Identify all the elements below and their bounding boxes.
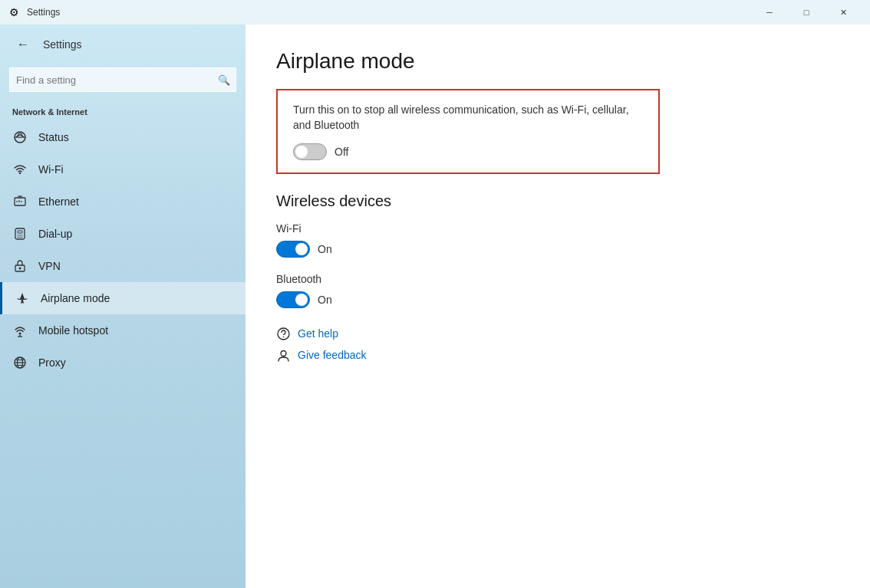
wifi-toggle[interactable]	[276, 241, 310, 258]
back-button[interactable]: ←	[12, 34, 34, 55]
wifi-toggle-row: On	[276, 241, 839, 258]
page-title: Airplane mode	[276, 49, 839, 74]
wifi-toggle-label: On	[318, 243, 332, 255]
bluetooth-device-row: Bluetooth On	[276, 273, 839, 308]
sidebar: ← Settings 🔍 Network & Internet Status	[0, 25, 246, 588]
svg-point-27	[278, 328, 289, 340]
minimize-button[interactable]: ─	[752, 0, 787, 25]
get-help-icon	[276, 327, 290, 340]
titlebar-controls: ─ □ ✕	[752, 0, 861, 25]
titlebar-left: ⚙ Settings	[9, 6, 60, 18]
titlebar: ⚙ Settings ─ □ ✕	[0, 0, 870, 25]
search-input[interactable]	[10, 74, 213, 86]
airplane-mode-box: Turn this on to stop all wireless commun…	[276, 89, 660, 174]
status-icon	[12, 130, 28, 144]
airplane-toggle-label: Off	[334, 146, 348, 158]
svg-point-19	[19, 333, 21, 335]
sidebar-header: ← Settings	[0, 25, 246, 64]
bluetooth-device-label: Bluetooth	[276, 273, 839, 285]
sidebar-item-label-dialup: Dial-up	[38, 228, 72, 240]
dialup-icon	[12, 227, 28, 241]
app-icon: ⚙	[9, 6, 19, 18]
svg-point-16	[21, 237, 23, 238]
search-box: 🔍	[9, 67, 236, 92]
bluetooth-toggle-knob	[295, 294, 308, 306]
get-help-link[interactable]: Get help	[298, 327, 338, 340]
sidebar-item-label-vpn: VPN	[38, 260, 61, 272]
bluetooth-toggle-row: On	[276, 291, 839, 308]
sidebar-item-label-proxy: Proxy	[38, 356, 66, 369]
hotspot-icon	[12, 324, 28, 337]
wireless-devices-title: Wireless devices	[276, 192, 839, 210]
titlebar-title: Settings	[27, 7, 60, 18]
get-help-row[interactable]: Get help	[276, 327, 839, 340]
sidebar-item-label-hotspot: Mobile hotspot	[38, 324, 108, 337]
vpn-icon	[12, 259, 28, 273]
svg-point-14	[18, 237, 19, 238]
svg-rect-10	[18, 231, 22, 233]
main-content: Airplane mode Turn this on to stop all w…	[246, 25, 870, 588]
airplane-description: Turn this on to stop all wireless commun…	[293, 103, 643, 133]
maximize-button[interactable]: □	[789, 0, 824, 25]
links-section: Get help Give feedback	[276, 327, 839, 362]
sidebar-item-label-status: Status	[38, 131, 69, 143]
close-button[interactable]: ✕	[826, 0, 861, 25]
sidebar-item-proxy[interactable]: Proxy	[0, 347, 246, 379]
wifi-toggle-knob	[295, 243, 308, 255]
sidebar-item-ethernet[interactable]: Ethernet	[0, 186, 246, 218]
sidebar-item-airplane[interactable]: Airplane mode	[0, 282, 246, 314]
svg-point-28	[282, 336, 284, 337]
sidebar-item-wifi[interactable]: Wi-Fi	[0, 153, 246, 186]
app-body: ← Settings 🔍 Network & Internet Status	[0, 25, 870, 588]
wifi-device-label: Wi-Fi	[276, 222, 839, 235]
proxy-icon	[12, 356, 28, 370]
wifi-icon	[12, 163, 28, 176]
give-feedback-row[interactable]: Give feedback	[276, 348, 839, 362]
search-icon[interactable]: 🔍	[213, 68, 236, 91]
svg-point-11	[18, 235, 19, 236]
airplane-toggle-row: Off	[293, 143, 643, 160]
sidebar-item-label-airplane: Airplane mode	[41, 292, 110, 304]
sidebar-app-title: Settings	[43, 38, 82, 51]
sidebar-section-title: Network & Internet	[0, 98, 246, 121]
give-feedback-icon	[276, 348, 290, 362]
svg-point-12	[19, 235, 21, 236]
wifi-device-row: Wi-Fi On	[276, 222, 839, 258]
sidebar-item-hotspot[interactable]: Mobile hotspot	[0, 314, 246, 347]
sidebar-item-dialup[interactable]: Dial-up	[0, 218, 246, 250]
bluetooth-toggle[interactable]	[276, 291, 310, 308]
svg-point-13	[21, 235, 23, 236]
give-feedback-link[interactable]: Give feedback	[298, 349, 367, 361]
bluetooth-toggle-label: On	[318, 294, 332, 306]
svg-point-2	[19, 172, 21, 174]
airplane-toggle[interactable]	[293, 143, 327, 160]
airplane-icon	[15, 291, 30, 305]
sidebar-item-status[interactable]: Status	[0, 121, 246, 153]
svg-point-29	[281, 350, 286, 356]
airplane-toggle-knob	[295, 146, 308, 158]
sidebar-item-vpn[interactable]: VPN	[0, 250, 246, 282]
svg-point-18	[19, 268, 21, 270]
sidebar-item-label-ethernet: Ethernet	[38, 195, 79, 208]
svg-rect-3	[15, 198, 25, 205]
svg-point-15	[19, 237, 21, 238]
sidebar-item-label-wifi: Wi-Fi	[38, 163, 64, 176]
ethernet-icon	[12, 195, 28, 209]
